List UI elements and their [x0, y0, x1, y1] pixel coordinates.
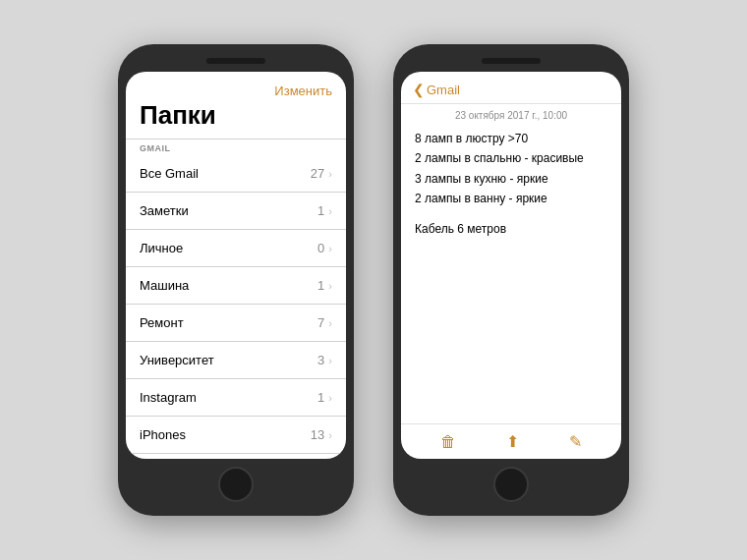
right-phone: ❮ Gmail 23 октября 2017 г., 10:00 8 ламп…	[393, 44, 629, 516]
note-date: 23 октября 2017 г., 10:00	[401, 104, 621, 125]
folder-name: Instagram	[140, 390, 317, 405]
folder-list: Все Gmail 27 › Заметки 1 › Личное 0 › Ма…	[126, 155, 346, 459]
chevron-icon: ›	[328, 205, 332, 217]
folder-name: Университет	[140, 353, 317, 367]
folder-item[interactable]: Заметки 1 ›	[126, 193, 346, 230]
chevron-icon: ›	[328, 243, 332, 254]
folder-count: 7	[317, 315, 324, 330]
folders-screen: Изменить Папки GMAIL Все Gmail 27 › Заме…	[126, 72, 346, 459]
chevron-icon: ›	[328, 280, 332, 292]
chevron-icon: ›	[328, 355, 332, 366]
home-button-right[interactable]	[493, 467, 529, 502]
folder-name: Заметки	[140, 203, 317, 218]
folder-name: Личное	[140, 241, 317, 255]
note-line: 3 лампы в кухню - яркие	[415, 169, 607, 189]
folder-item[interactable]: Университет 3 ›	[126, 342, 346, 379]
folder-count: 1	[317, 390, 324, 405]
folder-name: Все Gmail	[140, 166, 311, 181]
folder-item[interactable]: Ремонт 7 ›	[126, 305, 346, 342]
folder-count: 13	[311, 427, 324, 442]
folder-name: Ремонт	[140, 315, 317, 330]
note-header: ❮ Gmail	[401, 72, 621, 104]
folder-item[interactable]: Машина 1 ›	[126, 267, 346, 305]
folder-count: 1	[317, 203, 324, 218]
note-toolbar: 🗑⬆✎	[401, 423, 621, 459]
note-line: 2 лампы в спальню - красивые	[415, 148, 607, 168]
back-button[interactable]: Gmail	[427, 83, 460, 97]
trash-icon[interactable]: 🗑	[440, 433, 456, 451]
folder-count: 1	[317, 278, 324, 293]
folder-name: iPhones	[140, 427, 311, 442]
chevron-icon: ›	[328, 429, 332, 441]
folder-item[interactable]: iPhones 13 ›	[126, 417, 346, 454]
note-line: 8 ламп в люстру >70	[415, 129, 607, 148]
note-line: Кабель 6 метров	[415, 219, 607, 239]
home-button[interactable]	[218, 467, 254, 502]
folder-item[interactable]: Все Gmail 27 ›	[126, 155, 346, 193]
folders-header: Изменить	[126, 72, 346, 98]
note-line: 2 лампы в ванну - яркие	[415, 189, 607, 208]
folder-name: Машина	[140, 278, 317, 293]
note-screen: ❮ Gmail 23 октября 2017 г., 10:00 8 ламп…	[401, 72, 621, 459]
edit-button[interactable]: Изменить	[274, 84, 332, 98]
edit-icon[interactable]: ✎	[569, 432, 582, 451]
folders-title: Папки	[126, 98, 346, 139]
folder-count: 0	[317, 241, 324, 255]
share-icon[interactable]: ⬆	[506, 432, 519, 451]
section-label: GMAIL	[126, 139, 346, 155]
chevron-icon: ›	[328, 392, 332, 404]
left-phone: Изменить Папки GMAIL Все Gmail 27 › Заме…	[118, 44, 354, 516]
folder-item[interactable]: Личное 0 ›	[126, 230, 346, 267]
chevron-icon: ›	[328, 317, 332, 329]
chevron-icon: ›	[328, 168, 332, 180]
folder-count: 3	[317, 353, 324, 367]
note-body: 8 ламп в люстру >702 лампы в спальню - к…	[401, 125, 621, 423]
folder-count: 27	[311, 166, 324, 181]
folder-item[interactable]: Instagram 1 ›	[126, 379, 346, 417]
back-arrow-icon: ❮	[413, 82, 425, 97]
